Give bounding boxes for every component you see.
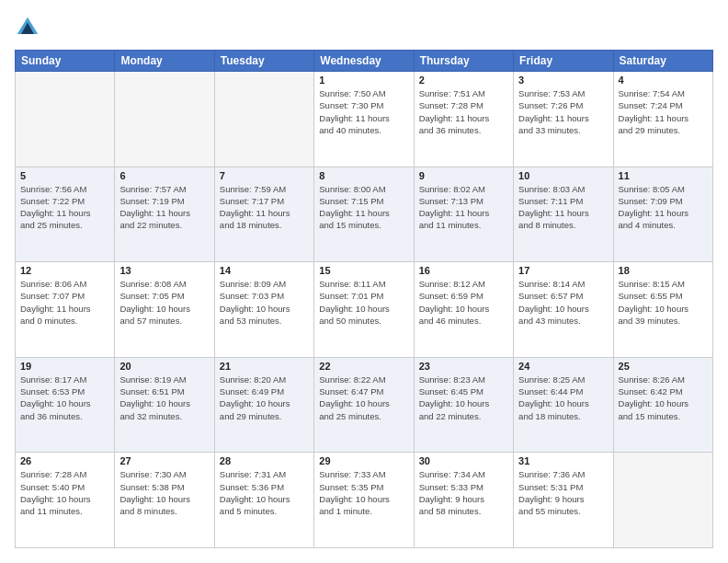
logo <box>15 15 44 40</box>
day-number: 1 <box>319 75 408 86</box>
day-info: Sunrise: 8:22 AM Sunset: 6:47 PM Dayligh… <box>319 373 408 422</box>
day-info: Sunrise: 7:31 AM Sunset: 5:36 PM Dayligh… <box>220 468 309 517</box>
day-info: Sunrise: 8:23 AM Sunset: 6:45 PM Dayligh… <box>419 373 508 422</box>
day-info: Sunrise: 7:34 AM Sunset: 5:33 PM Dayligh… <box>419 468 508 517</box>
day-info: Sunrise: 7:59 AM Sunset: 7:17 PM Dayligh… <box>220 183 309 232</box>
day-number: 30 <box>419 455 508 466</box>
day-info: Sunrise: 8:25 AM Sunset: 6:44 PM Dayligh… <box>518 373 608 422</box>
weekday-header-friday: Friday <box>514 51 613 72</box>
day-number: 5 <box>20 170 109 181</box>
day-info: Sunrise: 8:15 AM Sunset: 6:55 PM Dayligh… <box>619 278 708 327</box>
calendar-cell: 11Sunrise: 8:05 AM Sunset: 7:09 PM Dayli… <box>613 167 712 262</box>
calendar-cell <box>613 453 712 548</box>
day-info: Sunrise: 7:33 AM Sunset: 5:35 PM Dayligh… <box>319 468 408 517</box>
day-number: 4 <box>619 75 708 86</box>
calendar-cell: 29Sunrise: 7:33 AM Sunset: 5:35 PM Dayli… <box>314 453 414 548</box>
calendar-cell: 3Sunrise: 7:53 AM Sunset: 7:26 PM Daylig… <box>514 72 613 167</box>
day-info: Sunrise: 7:57 AM Sunset: 7:19 PM Dayligh… <box>119 183 209 232</box>
calendar-week-row: 26Sunrise: 7:28 AM Sunset: 5:40 PM Dayli… <box>16 453 713 548</box>
calendar-cell: 4Sunrise: 7:54 AM Sunset: 7:24 PM Daylig… <box>613 72 712 167</box>
weekday-header-tuesday: Tuesday <box>214 51 313 72</box>
day-info: Sunrise: 8:06 AM Sunset: 7:07 PM Dayligh… <box>20 278 109 327</box>
day-info: Sunrise: 8:08 AM Sunset: 7:05 PM Dayligh… <box>119 278 209 327</box>
calendar-week-row: 5Sunrise: 7:56 AM Sunset: 7:22 PM Daylig… <box>16 167 713 262</box>
calendar-cell: 13Sunrise: 8:08 AM Sunset: 7:05 PM Dayli… <box>115 262 214 358</box>
day-number: 16 <box>419 265 508 276</box>
weekday-header-sunday: Sunday <box>16 51 115 72</box>
calendar-cell: 1Sunrise: 7:50 AM Sunset: 7:30 PM Daylig… <box>314 72 414 167</box>
header <box>15 15 713 40</box>
calendar-cell: 21Sunrise: 8:20 AM Sunset: 6:49 PM Dayli… <box>214 357 313 453</box>
calendar-cell: 22Sunrise: 8:22 AM Sunset: 6:47 PM Dayli… <box>314 357 414 453</box>
day-info: Sunrise: 7:50 AM Sunset: 7:30 PM Dayligh… <box>319 87 408 136</box>
day-number: 22 <box>319 361 408 372</box>
calendar-cell: 28Sunrise: 7:31 AM Sunset: 5:36 PM Dayli… <box>214 453 313 548</box>
calendar-cell: 25Sunrise: 8:26 AM Sunset: 6:42 PM Dayli… <box>613 357 712 453</box>
weekday-header-row: SundayMondayTuesdayWednesdayThursdayFrid… <box>16 51 713 72</box>
day-number: 14 <box>220 265 309 276</box>
day-info: Sunrise: 7:36 AM Sunset: 5:31 PM Dayligh… <box>518 468 608 517</box>
calendar-cell: 12Sunrise: 8:06 AM Sunset: 7:07 PM Dayli… <box>16 262 115 358</box>
day-info: Sunrise: 7:54 AM Sunset: 7:24 PM Dayligh… <box>619 87 708 136</box>
day-info: Sunrise: 8:00 AM Sunset: 7:15 PM Dayligh… <box>319 183 408 232</box>
day-number: 6 <box>119 170 209 181</box>
day-number: 20 <box>119 361 209 372</box>
calendar-cell: 15Sunrise: 8:11 AM Sunset: 7:01 PM Dayli… <box>314 262 414 358</box>
day-number: 21 <box>220 361 309 372</box>
day-info: Sunrise: 8:26 AM Sunset: 6:42 PM Dayligh… <box>619 373 708 422</box>
logo-icon <box>15 15 40 40</box>
day-number: 18 <box>619 265 708 276</box>
day-info: Sunrise: 8:17 AM Sunset: 6:53 PM Dayligh… <box>20 373 109 422</box>
day-number: 8 <box>319 170 408 181</box>
calendar-cell: 31Sunrise: 7:36 AM Sunset: 5:31 PM Dayli… <box>514 453 613 548</box>
calendar-cell: 9Sunrise: 8:02 AM Sunset: 7:13 PM Daylig… <box>414 167 513 262</box>
calendar-cell: 8Sunrise: 8:00 AM Sunset: 7:15 PM Daylig… <box>314 167 414 262</box>
calendar-cell: 27Sunrise: 7:30 AM Sunset: 5:38 PM Dayli… <box>115 453 214 548</box>
day-info: Sunrise: 8:05 AM Sunset: 7:09 PM Dayligh… <box>619 183 708 232</box>
calendar-cell: 18Sunrise: 8:15 AM Sunset: 6:55 PM Dayli… <box>613 262 712 358</box>
day-info: Sunrise: 7:51 AM Sunset: 7:28 PM Dayligh… <box>419 87 508 136</box>
day-info: Sunrise: 7:53 AM Sunset: 7:26 PM Dayligh… <box>518 87 608 136</box>
day-info: Sunrise: 8:19 AM Sunset: 6:51 PM Dayligh… <box>119 373 209 422</box>
day-info: Sunrise: 8:11 AM Sunset: 7:01 PM Dayligh… <box>319 278 408 327</box>
day-number: 2 <box>419 75 508 86</box>
calendar-cell: 14Sunrise: 8:09 AM Sunset: 7:03 PM Dayli… <box>214 262 313 358</box>
day-info: Sunrise: 8:02 AM Sunset: 7:13 PM Dayligh… <box>419 183 508 232</box>
day-info: Sunrise: 7:56 AM Sunset: 7:22 PM Dayligh… <box>20 183 109 232</box>
day-number: 25 <box>619 361 708 372</box>
page: SundayMondayTuesdayWednesdayThursdayFrid… <box>0 0 728 563</box>
day-number: 12 <box>20 265 109 276</box>
calendar-cell: 2Sunrise: 7:51 AM Sunset: 7:28 PM Daylig… <box>414 72 513 167</box>
calendar-cell: 24Sunrise: 8:25 AM Sunset: 6:44 PM Dayli… <box>514 357 613 453</box>
calendar-cell: 7Sunrise: 7:59 AM Sunset: 7:17 PM Daylig… <box>214 167 313 262</box>
day-info: Sunrise: 7:28 AM Sunset: 5:40 PM Dayligh… <box>20 468 109 517</box>
calendar-week-row: 12Sunrise: 8:06 AM Sunset: 7:07 PM Dayli… <box>16 262 713 358</box>
day-number: 24 <box>518 361 608 372</box>
day-number: 17 <box>518 265 608 276</box>
day-number: 29 <box>319 455 408 466</box>
day-number: 7 <box>220 170 309 181</box>
calendar-week-row: 1Sunrise: 7:50 AM Sunset: 7:30 PM Daylig… <box>16 72 713 167</box>
calendar-cell: 17Sunrise: 8:14 AM Sunset: 6:57 PM Dayli… <box>514 262 613 358</box>
weekday-header-wednesday: Wednesday <box>314 51 414 72</box>
day-number: 26 <box>20 455 109 466</box>
calendar-cell: 20Sunrise: 8:19 AM Sunset: 6:51 PM Dayli… <box>115 357 214 453</box>
weekday-header-thursday: Thursday <box>414 51 513 72</box>
day-number: 15 <box>319 265 408 276</box>
calendar-cell <box>214 72 313 167</box>
calendar-cell: 19Sunrise: 8:17 AM Sunset: 6:53 PM Dayli… <box>16 357 115 453</box>
day-number: 3 <box>518 75 608 86</box>
day-number: 27 <box>119 455 209 466</box>
weekday-header-monday: Monday <box>115 51 214 72</box>
day-number: 23 <box>419 361 508 372</box>
day-number: 11 <box>619 170 708 181</box>
day-number: 10 <box>518 170 608 181</box>
calendar-cell: 6Sunrise: 7:57 AM Sunset: 7:19 PM Daylig… <box>115 167 214 262</box>
day-number: 9 <box>419 170 508 181</box>
calendar-cell: 30Sunrise: 7:34 AM Sunset: 5:33 PM Dayli… <box>414 453 513 548</box>
day-info: Sunrise: 7:30 AM Sunset: 5:38 PM Dayligh… <box>119 468 209 517</box>
day-info: Sunrise: 8:03 AM Sunset: 7:11 PM Dayligh… <box>518 183 608 232</box>
day-number: 19 <box>20 361 109 372</box>
day-number: 13 <box>119 265 209 276</box>
day-info: Sunrise: 8:20 AM Sunset: 6:49 PM Dayligh… <box>220 373 309 422</box>
